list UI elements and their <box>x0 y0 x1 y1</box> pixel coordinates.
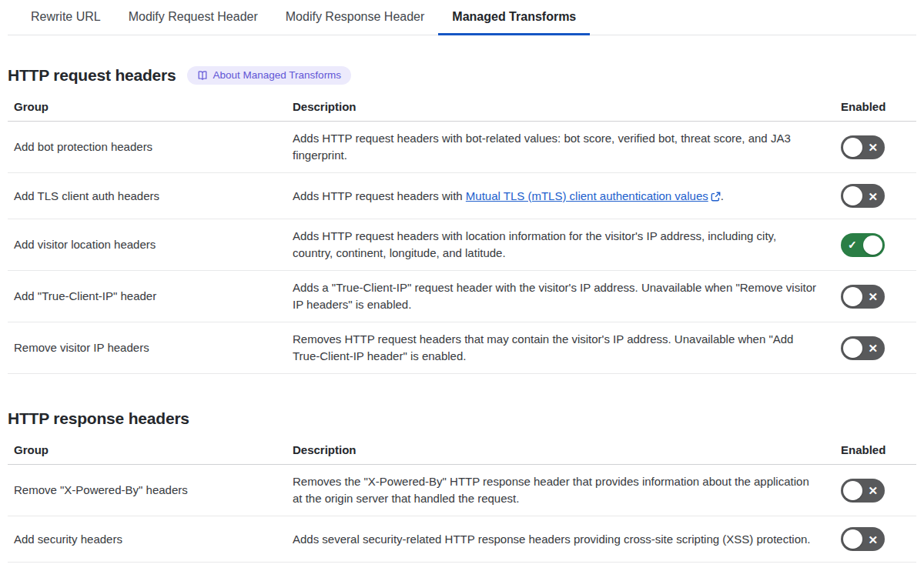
tab-rewrite-url[interactable]: Rewrite URL <box>17 0 115 35</box>
group-cell: Add security headers <box>8 523 286 556</box>
mutual-tls-mtls-client-authentication-values-link[interactable]: Mutual TLS (mTLS) client authentication … <box>466 189 708 202</box>
group-cell: Remove visitor IP headers <box>8 331 286 365</box>
table-row: Add TLS client auth headers Adds HTTP re… <box>8 173 916 219</box>
table-row: Add bot protection headers Adds HTTP req… <box>8 122 916 173</box>
toggle-remove-visitor-ip-headers[interactable]: ✕ <box>841 336 885 360</box>
tab-modify-response-header[interactable]: Modify Response Header <box>272 0 439 35</box>
column-header-group: Group <box>8 437 286 464</box>
group-cell: Add "True-Client-IP" header <box>8 279 286 313</box>
toggle-knob <box>843 481 862 500</box>
description-cell: Adds several security-related HTTP respo… <box>286 523 835 556</box>
external-link-icon <box>711 192 721 202</box>
tab-bar: Rewrite URLModify Request HeaderModify R… <box>8 0 916 35</box>
toggle-knob <box>863 235 882 255</box>
x-icon: ✕ <box>868 533 878 545</box>
section-title-response-headers: HTTP response headers <box>8 409 189 428</box>
toggle-remove-x-powered-by-headers[interactable]: ✕ <box>841 479 885 503</box>
x-icon: ✕ <box>868 485 878 496</box>
x-icon: ✕ <box>868 291 878 302</box>
response-headers-section: HTTP response headers Group Description … <box>8 409 916 563</box>
toggle-add-true-client-ip-header[interactable]: ✕ <box>841 285 885 309</box>
group-cell: Remove "X-Powered-By" headers <box>8 473 286 507</box>
toggle-knob <box>843 138 862 157</box>
toggle-knob <box>843 529 862 549</box>
description-cell: Removes the "X-Powered-By" HTTP response… <box>286 465 835 516</box>
toggle-knob <box>843 287 862 306</box>
description-cell: Adds HTTP request headers with location … <box>286 219 835 270</box>
group-cell: Add TLS client auth headers <box>8 179 286 213</box>
table-row: Add security headers Adds several securi… <box>8 516 916 563</box>
description-cell: Adds a "True-Client-IP" request header w… <box>286 271 835 322</box>
table-header: Group Description Enabled <box>8 437 916 465</box>
group-cell: Add visitor location headers <box>8 228 286 262</box>
about-managed-transforms-badge[interactable]: About Managed Transforms <box>187 66 352 85</box>
tab-managed-transforms[interactable]: Managed Transforms <box>438 0 590 35</box>
request-headers-section: HTTP request headers About Managed Trans… <box>8 66 916 374</box>
toggle-knob <box>843 186 862 205</box>
column-header-enabled: Enabled <box>835 94 916 121</box>
table-row: Add visitor location headers Adds HTTP r… <box>8 219 916 271</box>
column-header-group: Group <box>8 94 286 121</box>
toggle-knob <box>843 339 862 358</box>
toggle-add-visitor-location-headers[interactable]: ✓ <box>841 233 885 257</box>
x-icon: ✕ <box>868 142 878 153</box>
table-header: Group Description Enabled <box>8 94 916 122</box>
table-row: Remove visitor IP headers Removes HTTP r… <box>8 322 916 374</box>
toggle-add-security-headers[interactable]: ✕ <box>841 527 885 551</box>
column-header-description: Description <box>286 437 835 464</box>
column-header-description: Description <box>286 94 835 121</box>
x-icon: ✕ <box>868 342 878 354</box>
x-icon: ✕ <box>868 190 878 202</box>
managed-transforms-page: HTTP request headers About Managed Trans… <box>0 66 924 563</box>
tab-modify-request-header[interactable]: Modify Request Header <box>115 0 272 35</box>
group-cell: Add bot protection headers <box>8 130 286 164</box>
section-title-request-headers: HTTP request headers <box>8 66 176 85</box>
table-row: Remove "X-Powered-By" headers Removes th… <box>8 465 916 516</box>
toggle-add-tls-client-auth-headers[interactable]: ✕ <box>841 184 885 208</box>
toggle-add-bot-protection-headers[interactable]: ✕ <box>841 135 885 159</box>
book-icon <box>197 70 208 81</box>
table-row: Add "True-Client-IP" header Adds a "True… <box>8 271 916 322</box>
check-icon: ✓ <box>848 239 857 250</box>
description-cell: Removes HTTP request headers that may co… <box>286 322 835 373</box>
badge-label: About Managed Transforms <box>213 70 342 81</box>
description-cell: Adds HTTP request headers with bot-relat… <box>286 122 835 172</box>
description-cell: Adds HTTP request headers with Mutual TL… <box>286 179 835 213</box>
column-header-enabled: Enabled <box>835 437 916 464</box>
